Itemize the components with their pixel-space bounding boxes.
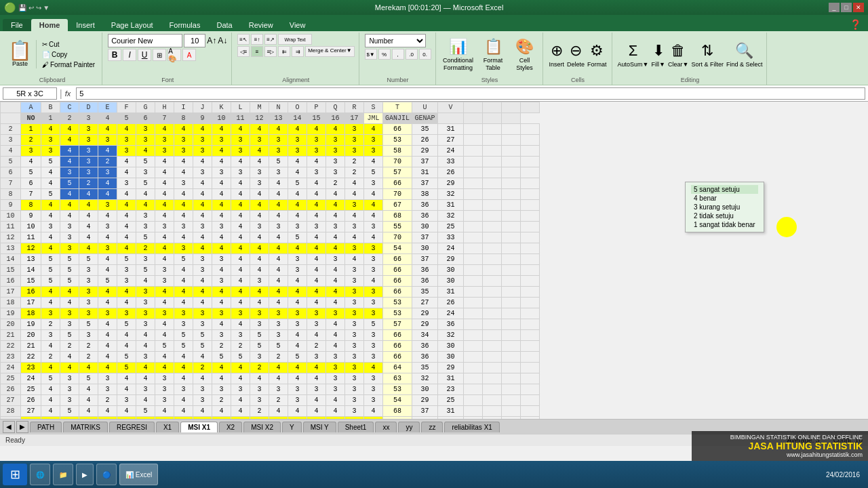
- cell-data[interactable]: 4: [326, 341, 345, 352]
- cell-data[interactable]: 3: [136, 124, 155, 135]
- cell-data[interactable]: 5: [136, 406, 155, 417]
- cell-data[interactable]: 4: [250, 243, 269, 254]
- cell-data[interactable]: 4: [155, 167, 174, 178]
- cell-data[interactable]: 3: [193, 254, 212, 265]
- cell-genap[interactable]: 31: [438, 200, 464, 211]
- cell-data[interactable]: 5: [136, 157, 155, 167]
- cell-data[interactable]: 4: [307, 243, 326, 254]
- insert-button[interactable]: Insert: [549, 61, 565, 68]
- cell-data[interactable]: 4: [79, 232, 98, 243]
- cell-data[interactable]: 4: [250, 265, 269, 276]
- cell-genap[interactable]: 30: [438, 352, 464, 363]
- cell-data[interactable]: 4: [307, 232, 326, 243]
- cell-data[interactable]: 4: [326, 395, 345, 406]
- cell-data[interactable]: 4: [41, 384, 60, 395]
- cell-data[interactable]: 4: [307, 298, 326, 308]
- cell-data[interactable]: 4: [41, 298, 60, 308]
- cell-data[interactable]: 3: [364, 417, 383, 420]
- cell-data[interactable]: 4: [364, 200, 383, 211]
- cell-data[interactable]: 4: [250, 232, 269, 243]
- cell-data[interactable]: 3: [98, 200, 117, 211]
- cell-data[interactable]: 4: [60, 135, 79, 146]
- cell-data[interactable]: 4: [193, 287, 212, 298]
- cell-data[interactable]: 3: [79, 124, 98, 135]
- cell-data[interactable]: 3: [345, 200, 364, 211]
- cell-data[interactable]: 4: [231, 406, 250, 417]
- cell-data[interactable]: 4: [212, 298, 231, 308]
- cell-jml[interactable]: 57: [383, 319, 412, 330]
- cell-jml[interactable]: 53: [383, 298, 412, 308]
- cell-data[interactable]: 3: [60, 417, 79, 420]
- cell-data[interactable]: 3: [136, 287, 155, 298]
- cell-data[interactable]: 2: [79, 352, 98, 363]
- cell-data[interactable]: 4: [250, 373, 269, 384]
- cell-data[interactable]: 3: [98, 417, 117, 420]
- cell-data[interactable]: 5: [79, 319, 98, 330]
- cell-data[interactable]: 4: [117, 189, 136, 200]
- cell-genap[interactable]: 23: [438, 384, 464, 395]
- cell-jml[interactable]: 54: [383, 395, 412, 406]
- cell-no[interactable]: 15: [21, 276, 41, 287]
- wrap-text-button[interactable]: Wrap Text: [278, 34, 312, 45]
- cell-data[interactable]: 3: [364, 146, 383, 157]
- cell-data[interactable]: 3: [250, 308, 269, 319]
- cell-data[interactable]: 3: [41, 146, 60, 157]
- delete-button[interactable]: Delete: [567, 61, 585, 68]
- cell-data[interactable]: 3: [326, 352, 345, 363]
- cell-data[interactable]: 3: [155, 265, 174, 276]
- cell-data[interactable]: 3: [174, 308, 193, 319]
- cell-no[interactable]: 10: [21, 222, 41, 232]
- align-top-center-button[interactable]: ≡↑: [251, 34, 263, 45]
- cell-data[interactable]: 3: [79, 265, 98, 276]
- cell-data[interactable]: 3: [98, 243, 117, 254]
- sheet-tab-MATRIKS[interactable]: MATRIKS: [63, 422, 108, 432]
- cell-genap[interactable]: 26: [438, 298, 464, 308]
- cell-data[interactable]: 4: [307, 157, 326, 167]
- cell-data[interactable]: 4: [231, 276, 250, 287]
- cell-data[interactable]: 4: [98, 254, 117, 265]
- cell-ganjil[interactable]: 36: [412, 352, 438, 363]
- col-header-E[interactable]: E: [98, 102, 117, 113]
- cell-data[interactable]: 2: [98, 157, 117, 167]
- col-header-X[interactable]: [483, 102, 502, 113]
- cell-data[interactable]: 3: [345, 363, 364, 373]
- cell-data[interactable]: 4: [193, 373, 212, 384]
- cell-jml[interactable]: 67: [383, 200, 412, 211]
- cell-data[interactable]: 3: [364, 330, 383, 341]
- cell-data[interactable]: 3: [193, 167, 212, 178]
- cell-data[interactable]: 3: [98, 222, 117, 232]
- sheet-tab-Y[interactable]: Y: [282, 422, 302, 432]
- cell-data[interactable]: 4: [212, 287, 231, 298]
- cell-data[interactable]: 4: [98, 319, 117, 330]
- cell-genap[interactable]: 31: [438, 373, 464, 384]
- cell-genap[interactable]: 30: [438, 341, 464, 352]
- cell-data[interactable]: 4: [326, 189, 345, 200]
- cell-data[interactable]: 4: [231, 287, 250, 298]
- cell-data[interactable]: 3: [326, 222, 345, 232]
- cell-data[interactable]: 3: [155, 276, 174, 287]
- cell-data[interactable]: 4: [174, 363, 193, 373]
- cell-data[interactable]: 3: [136, 352, 155, 363]
- cell-data[interactable]: 4: [41, 211, 60, 222]
- cell-data[interactable]: 3: [269, 167, 288, 178]
- cell-data[interactable]: 3: [364, 265, 383, 276]
- cell-genap[interactable]: 25: [438, 222, 464, 232]
- cell-ganjil[interactable]: 34: [412, 330, 438, 341]
- col-header-T[interactable]: T: [383, 102, 412, 113]
- cell-data[interactable]: 3: [117, 395, 136, 406]
- cell-data[interactable]: 3: [60, 373, 79, 384]
- cell-data[interactable]: 4: [212, 243, 231, 254]
- merge-center-button[interactable]: Merge & Center▼: [305, 46, 354, 57]
- cell-data[interactable]: 4: [231, 178, 250, 189]
- cell-ganjil[interactable]: 30: [412, 417, 438, 420]
- cell-no[interactable]: 3: [21, 146, 41, 157]
- decrease-decimal-button[interactable]: .0: [406, 49, 418, 60]
- cell-data[interactable]: 4: [364, 406, 383, 417]
- cell-data[interactable]: 4: [136, 341, 155, 352]
- cell-data[interactable]: 4: [79, 395, 98, 406]
- cell-genap[interactable]: 32: [438, 330, 464, 341]
- cell-jml[interactable]: 70: [383, 232, 412, 243]
- cell-jml[interactable]: 68: [383, 211, 412, 222]
- cell-data[interactable]: 5: [136, 232, 155, 243]
- cell-jml[interactable]: 53: [383, 135, 412, 146]
